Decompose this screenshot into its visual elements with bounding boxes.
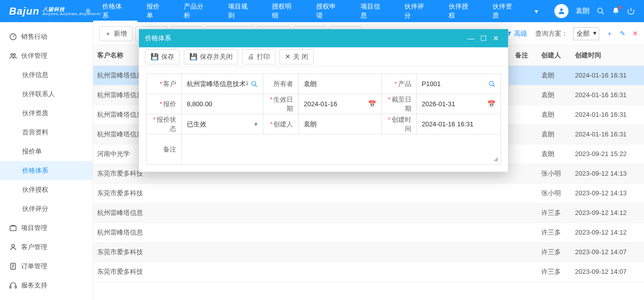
table-cell [159, 203, 201, 222]
add-button[interactable]: ＋新增 [99, 26, 132, 41]
nav-tab[interactable]: 授权明细 [263, 0, 307, 22]
table-cell [360, 183, 386, 203]
sidebar-subitem[interactable]: 伙伴联系人 [0, 85, 93, 104]
table-row[interactable]: 杭州雷峰塔信息许三多2023-09-12 14:12 [93, 203, 644, 222]
sidebar-item[interactable]: 伙伴管理 [0, 46, 93, 65]
search-icon[interactable] [597, 7, 605, 15]
table-cell [511, 85, 537, 105]
sidebar-subitem[interactable]: 价格体系 [0, 161, 93, 180]
resize-grip-icon[interactable]: ◢ [493, 156, 497, 162]
table-cell [386, 242, 427, 262]
table-cell [427, 242, 469, 262]
table-cell [201, 262, 243, 281]
input-memo[interactable] [187, 136, 495, 161]
table-cell [386, 222, 427, 242]
table-cell [469, 242, 511, 262]
nav-tab[interactable]: 产品分析 [175, 0, 219, 22]
save-icon: 💾 [189, 53, 197, 60]
modal-close-icon[interactable]: ✕ [490, 34, 502, 42]
modal-header[interactable]: 价格体系 — ☐ ✕ [139, 29, 508, 47]
order-icon [9, 262, 17, 270]
nav-more-icon[interactable]: ▾ [528, 8, 545, 15]
sidebar-item[interactable]: 服务支持 [0, 276, 93, 295]
column-header[interactable]: 创建人 [537, 45, 571, 65]
input-enddate[interactable] [422, 100, 484, 108]
sidebar-item[interactable]: 品标管理 [0, 295, 93, 300]
table-cell: 杭州雷峰塔信息 [93, 203, 159, 222]
scheme-add-icon[interactable]: ＋ [606, 29, 613, 38]
sidebar-subitem[interactable]: 伙伴资质 [0, 104, 93, 123]
svg-point-4 [11, 53, 13, 55]
nav-tab[interactable]: 授权申请 [307, 0, 351, 22]
modal-close-button[interactable]: ✕关 闭 [279, 49, 314, 64]
table-cell [159, 262, 201, 281]
svg-point-0 [560, 9, 562, 11]
sidebar-subitem[interactable]: 伙伴评分 [0, 199, 93, 218]
calendar-icon[interactable]: 📅 [487, 100, 495, 108]
sidebar-item[interactable]: 订单管理 [0, 257, 93, 276]
table-cell: 袁朗 [537, 65, 571, 85]
column-header[interactable]: 创建时间 [571, 45, 644, 65]
sidebar-subitem[interactable]: 首营资料 [0, 123, 93, 142]
scheme-select[interactable]: 全部 ▾ [573, 27, 599, 40]
table-cell [243, 203, 276, 222]
table-cell [511, 164, 537, 183]
power-icon[interactable] [627, 7, 635, 15]
table-row[interactable]: 东莞市爱多科技许三多2023-09-12 14:07 [93, 262, 644, 281]
sidebar-item[interactable]: 销售行动 [0, 27, 93, 46]
modal-save-close-button[interactable]: 💾保存并关闭 [184, 49, 238, 64]
nav-tab[interactable]: 伙伴资质 [483, 0, 528, 22]
svg-point-20 [489, 81, 493, 85]
svg-rect-6 [10, 226, 16, 231]
sidebar-subitem[interactable]: 伙伴信息 [0, 65, 93, 85]
bell-icon[interactable] [612, 7, 620, 15]
table-cell [511, 183, 537, 203]
avatar[interactable] [554, 4, 568, 18]
sidebar-item[interactable]: 项目管理 [0, 218, 93, 238]
modal-min-icon[interactable]: — [464, 34, 477, 42]
sidebar-item[interactable]: 客户管理 [0, 238, 93, 257]
advanced-link[interactable]: 高级 [506, 29, 527, 38]
modal-title: 价格体系 [145, 34, 171, 43]
calendar-icon[interactable]: 📅 [368, 100, 376, 108]
customer-icon [9, 243, 17, 251]
nav-tab[interactable]: 价格体系 [93, 0, 137, 22]
table-row[interactable]: 杭州雷峰塔信息许三多2023-09-12 14:12 [93, 222, 644, 242]
modal-form: 客户 所有者 袁朗 产品 报价 生效日期 📅 截至日期 📅 [146, 73, 501, 165]
nav-tab[interactable]: 项目规则 [219, 0, 263, 22]
table-row[interactable]: 东莞市爱多科技许三多2023-09-12 14:07 [93, 242, 644, 262]
chevron-down-icon[interactable]: ▾ [254, 120, 258, 128]
table-row[interactable]: 东莞市爱多科技张小明2023-09-12 14:13 [93, 183, 644, 203]
lbl-owner: 所有者 [263, 74, 299, 94]
table-cell [159, 183, 201, 203]
table-cell [243, 242, 276, 262]
table-cell [386, 262, 427, 281]
lookup-icon[interactable] [488, 81, 495, 88]
nav-tab[interactable]: 项目信息 [351, 0, 396, 22]
input-customer[interactable] [187, 80, 248, 88]
nav-tab[interactable]: 报价单 [137, 0, 175, 22]
input-price[interactable] [187, 100, 258, 108]
nav-tab[interactable]: 伙伴评分 [395, 0, 440, 22]
input-effdate[interactable] [304, 100, 365, 108]
table-cell: 许三多 [537, 242, 571, 262]
nav-tab[interactable]: 伙伴授权 [440, 0, 484, 22]
input-product[interactable] [422, 80, 485, 88]
input-status[interactable] [187, 120, 251, 128]
scheme-delete-icon[interactable]: ✕ [632, 30, 638, 37]
column-header[interactable]: 备注 [511, 45, 537, 65]
sidebar-subitem[interactable]: 报价单 [0, 142, 93, 161]
scheme-edit-icon[interactable]: ✎ [620, 30, 625, 37]
table-cell [201, 203, 243, 222]
support-icon [9, 281, 17, 289]
modal-max-icon[interactable]: ☐ [477, 34, 490, 42]
close-icon: ✕ [285, 53, 291, 60]
table-cell [511, 65, 537, 85]
table-cell [360, 242, 386, 262]
modal-save-button[interactable]: 💾保存 [145, 49, 180, 64]
table-cell: 许三多 [537, 222, 571, 242]
sidebar-subitem[interactable]: 伙伴授权 [0, 180, 93, 199]
username[interactable]: 袁朗 [576, 7, 590, 16]
lookup-icon[interactable] [251, 81, 258, 88]
modal-print-button[interactable]: 🖨打印 [242, 49, 275, 64]
